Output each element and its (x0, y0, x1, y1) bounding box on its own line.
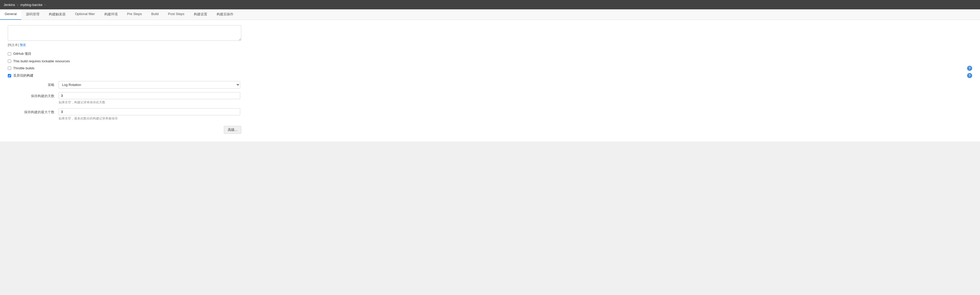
keep-max-label: 保持构建的最大个数 (18, 108, 54, 115)
strategy-field: Log Rotation (59, 81, 240, 89)
keep-max-row: 保持构建的最大个数 如果非空，最多此数目的构建记录将被保存 (18, 108, 972, 121)
tab-build-env[interactable]: 构建环境 (100, 10, 123, 20)
strategy-row: 策略 Log Rotation (18, 81, 972, 89)
tab-post-steps[interactable]: Post Steps (164, 10, 189, 20)
tab-post-build[interactable]: 构建后操作 (212, 10, 238, 20)
breadcrumb-separator: › (17, 3, 18, 7)
discard-help-icon[interactable]: ? (967, 73, 972, 78)
tab-build-settings[interactable]: 构建设置 (189, 10, 212, 20)
github-project-row: GitHub 项目 (8, 51, 972, 56)
preview-link[interactable]: 预览 (20, 43, 26, 47)
lockable-row: This build requires lockable resources (8, 59, 972, 63)
github-project-label[interactable]: GitHub 项目 (13, 51, 32, 56)
tab-trigger[interactable]: 构建触发器 (44, 10, 70, 20)
discard-label[interactable]: 丢弃旧的构建 (13, 73, 33, 78)
strategy-label: 策略 (18, 81, 54, 87)
preview-row: [纯文本] 预览 (8, 43, 972, 47)
keep-days-input[interactable] (59, 92, 240, 99)
tab-general[interactable]: General (0, 10, 21, 20)
strategy-select[interactable]: Log Rotation (59, 81, 240, 89)
throttle-row: Throttle builds ? (8, 66, 972, 70)
tab-build[interactable]: Build (146, 10, 164, 20)
tab-optional-filter[interactable]: Optional filter (70, 10, 100, 20)
keep-days-label: 保持构建的天数 (18, 92, 54, 99)
form-section: [纯文本] 预览 GitHub 项目 This build requires l… (0, 20, 980, 142)
keep-days-row: 保持构建的天数 如果非空，构建记录将保存此天数 (18, 92, 972, 105)
description-textarea[interactable] (8, 25, 241, 41)
keep-max-input[interactable] (59, 108, 240, 115)
keep-max-field: 如果非空，最多此数目的构建记录将被保存 (59, 108, 240, 121)
keep-days-field: 如果非空，构建记录将保存此天数 (59, 92, 240, 105)
tab-pre-steps[interactable]: Pre Steps (123, 10, 146, 20)
description-textarea-wrapper (8, 25, 972, 41)
preview-prefix: [纯文本] (8, 43, 19, 47)
tab-source[interactable]: 源码管理 (21, 10, 44, 20)
discard-checkbox[interactable] (8, 74, 11, 77)
lockable-label[interactable]: This build requires lockable resources (13, 59, 70, 63)
breadcrumb-arrow: › (45, 3, 46, 6)
advanced-btn-row: 高级... (8, 126, 241, 134)
github-project-checkbox[interactable] (8, 52, 11, 56)
top-bar: Jenkins › myblog-barcke › (0, 0, 980, 10)
main-content: General 源码管理 构建触发器 Optional filter 构建环境 … (0, 10, 980, 142)
tab-bar: General 源码管理 构建触发器 Optional filter 构建环境 … (0, 10, 980, 20)
discard-row: 丢弃旧的构建 ? (8, 73, 972, 78)
project-link[interactable]: myblog-barcke (20, 3, 42, 7)
lockable-checkbox[interactable] (8, 59, 11, 63)
keep-max-hint: 如果非空，最多此数目的构建记录将被保存 (59, 116, 240, 121)
discard-options-table: 策略 Log Rotation 保持构建的天数 如果非空，构建记录将保存此天数 … (18, 81, 972, 121)
throttle-help-icon[interactable]: ? (967, 66, 972, 71)
throttle-label[interactable]: Throttle builds (13, 66, 35, 70)
throttle-checkbox[interactable] (8, 67, 11, 70)
advanced-button[interactable]: 高级... (224, 126, 241, 134)
jenkins-home-link[interactable]: Jenkins (4, 3, 15, 7)
keep-days-hint: 如果非空，构建记录将保存此天数 (59, 100, 240, 105)
